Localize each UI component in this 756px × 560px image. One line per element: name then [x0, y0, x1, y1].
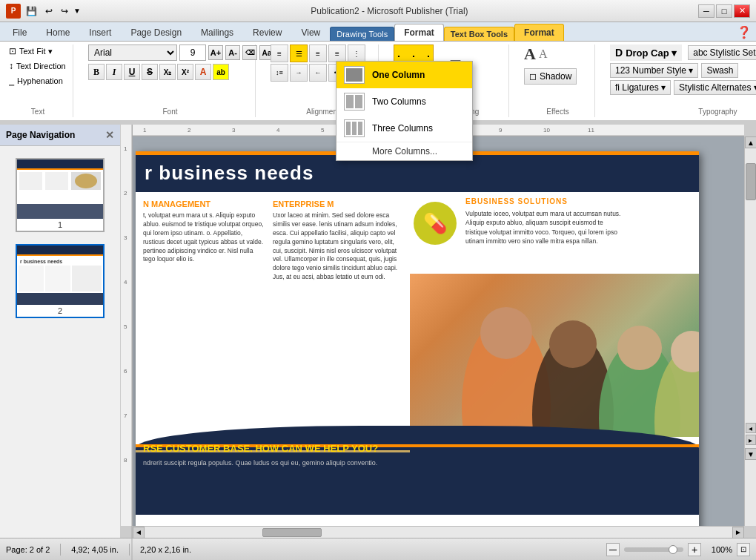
drop-cap-icon: D	[615, 47, 623, 59]
scroll-down-area[interactable]	[745, 200, 756, 423]
shadow-icon: ◻	[529, 71, 537, 82]
save-btn[interactable]: 💾	[23, 4, 40, 18]
font-name-select[interactable]: Arial	[88, 45, 177, 61]
zoom-slider[interactable]	[624, 547, 683, 552]
strikethrough-btn[interactable]: S	[142, 64, 158, 80]
ebiz-body: Vulputate ioceo, volutpat eum mara ut ac…	[465, 209, 621, 246]
tab-insert[interactable]: Insert	[79, 24, 121, 41]
align-center-btn[interactable]: ☰	[290, 45, 308, 62]
tab-home[interactable]: Home	[36, 24, 79, 41]
tab-page-design[interactable]: Page Design	[121, 24, 191, 41]
scroll-up-area[interactable]	[745, 148, 756, 163]
font-group-label: Font	[85, 108, 255, 116]
hscroll-track[interactable]	[145, 527, 732, 538]
hscroll-thumb[interactable]	[262, 528, 322, 537]
bold-btn[interactable]: B	[88, 64, 105, 80]
svg-point-22	[480, 307, 532, 359]
superscript-btn[interactable]: X²	[177, 64, 193, 80]
tab-format-drawing[interactable]: Format	[394, 24, 444, 41]
underline-btn[interactable]: U	[124, 64, 140, 80]
scroll-up-btn[interactable]: ▲	[745, 136, 756, 148]
tab-view[interactable]: View	[291, 24, 330, 41]
line-spacing-btn[interactable]: ↕≡	[271, 64, 288, 82]
minimize-btn[interactable]: ─	[698, 4, 714, 18]
vertical-scrollbar[interactable]: ▲ ◂ ▸ ▼	[744, 136, 756, 526]
sidebar-header: Page Navigation ✕	[0, 125, 120, 146]
scroll-down-btn[interactable]: ▼	[745, 448, 756, 460]
font-size-increase-btn[interactable]: A+	[208, 45, 223, 60]
zoom-out-btn[interactable]: ─	[606, 543, 620, 556]
font-size-decrease-btn[interactable]: A-	[225, 45, 240, 60]
zoom-thumb[interactable]	[669, 545, 677, 554]
columns-dropdown: One Column Two Columns Three Columns Mor…	[336, 61, 473, 161]
window-title: Publication2 - Microsoft Publisher (Tria…	[81, 6, 698, 16]
hscroll-right-btn[interactable]: ►	[732, 527, 744, 538]
indent-btn[interactable]: →	[290, 64, 308, 82]
clear-format-btn[interactable]: ⌫	[242, 45, 257, 60]
maximize-btn[interactable]: □	[716, 4, 732, 18]
subscript-btn[interactable]: X₂	[159, 64, 176, 80]
more-columns-option[interactable]: More Columns...	[336, 142, 472, 160]
svg-text:2: 2	[124, 190, 127, 197]
font-size-input[interactable]	[179, 45, 206, 61]
ligatures-btn[interactable]: fi Ligatures ▾	[610, 80, 671, 95]
page-thumb-2[interactable]: r business needs 2	[16, 244, 105, 318]
text-direction-btn[interactable]: ↕ Text Direction	[6, 59, 68, 73]
align-right-btn[interactable]: ≡	[309, 45, 327, 62]
tab-mailings[interactable]: Mailings	[191, 24, 243, 41]
undo-btn[interactable]: ↩	[42, 4, 56, 18]
mid-body-text: Uxor laceo at minim. Sed sed dolore esca…	[273, 211, 402, 282]
stylistic-alternates-btn[interactable]: Stylistic Alternates ▾	[674, 80, 756, 95]
qa-dropdown[interactable]: ▼	[73, 7, 81, 15]
font-color-btn[interactable]: A	[195, 64, 211, 80]
scroll-thumb[interactable]	[746, 163, 756, 200]
hyphenation-btn[interactable]: ⎯ Hyphenation	[6, 74, 68, 88]
two-columns-option[interactable]: Two Columns	[336, 88, 472, 115]
text-fit-icon: ⊡	[9, 46, 16, 56]
horizontal-scrollbar[interactable]: ◄ ►	[133, 526, 744, 538]
one-column-option[interactable]: One Column	[336, 62, 472, 88]
align-justify-btn[interactable]: ≡	[328, 45, 346, 62]
help-btn[interactable]: ❓	[732, 24, 756, 41]
zoom-level: 100%	[706, 545, 732, 554]
highlight-btn[interactable]: ab	[213, 64, 229, 80]
stylistic-sets-btn[interactable]: abc Stylistic Sets ▾	[688, 45, 756, 60]
mid-col: ENTERPRISE M Uxor laceo at minim. Sed se…	[273, 200, 402, 282]
three-columns-option[interactable]: Three Columns	[336, 115, 472, 142]
tab-review[interactable]: Review	[243, 24, 291, 41]
close-btn[interactable]: ✕	[734, 4, 750, 18]
vertical-ruler: 1 2 3 4 5 6 7 8	[121, 125, 133, 526]
zoom-in-btn[interactable]: +	[688, 543, 701, 556]
text-group: ⊡ Text Fit ▾ ↕ Text Direction ⎯ Hyphenat…	[3, 45, 73, 117]
swash-btn[interactable]: Swash	[701, 63, 738, 78]
align-distribute-btn[interactable]: ⋮	[348, 45, 365, 62]
drop-cap-btn[interactable]: D Drop Cap ▾	[610, 45, 682, 61]
one-column-label: One Column	[372, 70, 425, 80]
left-heading-text: N MANAGEMENT	[143, 200, 265, 208]
sidebar-close-btn[interactable]: ✕	[105, 129, 114, 141]
tab-file[interactable]: File	[3, 24, 36, 41]
number-style-btn[interactable]: 123 Number Style ▾	[610, 63, 698, 78]
text-fit-btn[interactable]: ⊡ Text Fit ▾	[6, 45, 68, 58]
position-indicator: 4,92; 4,05 in.	[71, 545, 119, 554]
left-body-text: t, volutpat eum mara ut s. Aliquip exput…	[143, 211, 265, 264]
scroll-page-up-btn[interactable]: ◂	[746, 423, 756, 433]
tab-format-text[interactable]: Format	[514, 24, 564, 41]
hscroll-left-btn[interactable]: ◄	[133, 527, 145, 538]
svg-text:2: 2	[188, 127, 191, 134]
svg-text:1: 1	[124, 145, 127, 152]
page-thumb-1[interactable]: 1	[16, 158, 105, 232]
app-icon: P	[6, 4, 21, 19]
redo-btn[interactable]: ↪	[58, 4, 71, 18]
svg-text:3: 3	[124, 234, 127, 241]
fit-page-btn[interactable]: ⊡	[737, 543, 750, 556]
align-left-btn[interactable]: ≡	[271, 45, 288, 62]
scroll-page-down-btn[interactable]: ▸	[746, 435, 756, 445]
ebiz-icon: 💊	[414, 202, 457, 245]
outdent-btn[interactable]: ←	[309, 64, 327, 82]
svg-text:10: 10	[543, 127, 550, 134]
shadow-btn[interactable]: ◻ Shadow	[524, 68, 577, 85]
italic-btn[interactable]: I	[106, 64, 122, 80]
bottom-heading: RSE CUSTOMER BASE. HOW CAN WE HELP YOU?	[143, 437, 692, 454]
publication-page[interactable]: r business needs N MANAGEMENT t, volutpa…	[136, 151, 699, 526]
